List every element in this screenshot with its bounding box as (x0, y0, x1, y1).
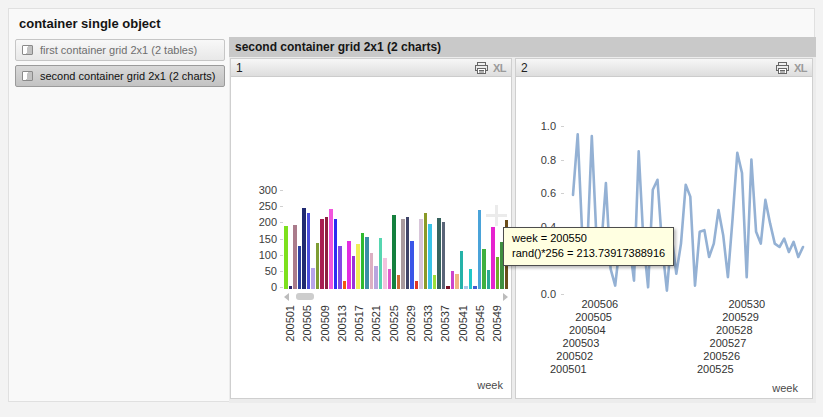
bar[interactable] (352, 256, 356, 289)
bar[interactable] (491, 227, 495, 289)
x-tick-label: 200513 (337, 305, 348, 342)
bar[interactable] (487, 270, 491, 289)
x-tick-label: 200549 (492, 305, 503, 342)
bar[interactable] (401, 219, 405, 289)
bar[interactable] (496, 257, 500, 289)
bar[interactable] (451, 271, 455, 289)
x-tick-label: 200527 (710, 337, 747, 349)
bar[interactable] (361, 233, 365, 289)
send-to-excel-icon[interactable]: XL (493, 62, 506, 74)
bar[interactable] (302, 208, 306, 289)
bar-chart-x-axis-title: week (477, 379, 503, 391)
send-to-excel-icon[interactable]: XL (794, 62, 807, 74)
bar[interactable] (469, 269, 473, 289)
bar[interactable] (442, 222, 446, 289)
bar[interactable] (464, 286, 468, 289)
bar[interactable] (329, 209, 333, 290)
x-tick-label: 200505 (575, 311, 612, 323)
scroll-right-icon[interactable] (503, 293, 508, 301)
bar[interactable] (473, 286, 477, 289)
bar[interactable] (415, 281, 419, 289)
x-tick-label: 200504 (569, 324, 606, 336)
tooltip-expression-line: rand()*256 = 213.73917388916 (512, 246, 665, 261)
bar[interactable] (410, 241, 414, 290)
y-tick-mark (280, 206, 283, 207)
bar[interactable] (311, 268, 315, 289)
bar[interactable] (455, 274, 459, 289)
line-chart-x-axis-title: week (772, 382, 798, 394)
bar[interactable] (478, 210, 482, 289)
x-tick-label: 200521 (371, 305, 382, 342)
bar[interactable] (428, 224, 432, 289)
y-tick-label: 300 (243, 184, 277, 197)
bar[interactable] (482, 249, 486, 289)
bar[interactable] (446, 286, 450, 289)
x-tick-label: 200525 (389, 305, 400, 342)
container-tab-sidebar: first container grid 2x1 (2 tables) seco… (15, 39, 227, 91)
container-object-icon (22, 71, 33, 81)
bar[interactable] (374, 266, 378, 289)
bar[interactable] (392, 215, 396, 289)
bar[interactable] (334, 219, 338, 289)
x-tick-label: 200506 (582, 298, 619, 310)
container-object-icon (22, 45, 33, 55)
bar[interactable] (433, 275, 437, 289)
bar[interactable] (460, 251, 464, 289)
bar[interactable] (419, 219, 423, 289)
bar[interactable] (370, 253, 374, 289)
bar[interactable] (424, 213, 428, 289)
hover-tooltip: week = 200550 rand()*256 = 213.739173889… (503, 227, 674, 266)
bar[interactable] (343, 281, 347, 289)
y-tick-label: 250 (243, 200, 277, 213)
x-tick-label: 200517 (354, 305, 365, 342)
bar[interactable] (406, 217, 410, 289)
bar[interactable] (365, 237, 369, 289)
y-tick-mark (280, 222, 283, 223)
x-tick-label: 200545 (475, 305, 486, 342)
bar[interactable] (379, 238, 383, 289)
scroll-left-icon[interactable] (284, 293, 289, 301)
line-chart-plot[interactable] (566, 118, 810, 304)
bar[interactable] (347, 241, 351, 289)
y-tick-mark (280, 287, 283, 288)
x-tick-label: 200529 (406, 305, 417, 342)
bar[interactable] (320, 219, 324, 289)
x-tick-label: 200529 (722, 311, 759, 323)
bar[interactable] (293, 225, 297, 289)
scrollbar-thumb[interactable] (296, 293, 314, 300)
y-tick-mark (561, 160, 564, 161)
sidebar-item-second-container[interactable]: second container grid 2x1 (2 charts) (15, 65, 225, 87)
x-tick-label: 200505 (302, 305, 313, 342)
bar[interactable] (289, 286, 293, 289)
bar[interactable] (338, 246, 342, 289)
print-icon[interactable] (776, 62, 789, 74)
y-tick-mark (280, 239, 283, 240)
bar-chart-scrollbar[interactable] (284, 292, 508, 301)
x-tick-label: 200530 (729, 298, 766, 310)
chart-2-caption-label: 2 (521, 61, 776, 75)
bar[interactable] (298, 246, 302, 289)
bar[interactable] (388, 269, 392, 289)
container-content-area: second container grid 2x1 (2 charts) 1 (229, 37, 816, 403)
chart-1-caption-bar[interactable]: 1 XL (231, 59, 511, 77)
x-tick-label: 200502 (556, 350, 593, 362)
sidebar-item-first-container[interactable]: first container grid 2x1 (2 tables) (15, 39, 225, 61)
bar-chart-plot[interactable] (284, 192, 508, 289)
bar[interactable] (383, 258, 387, 289)
chart-2-caption-bar[interactable]: 2 XL (516, 59, 812, 77)
y-tick-label: 0 (243, 281, 277, 294)
y-tick-label: 0.8 (522, 154, 556, 167)
y-tick-mark (561, 294, 564, 295)
bar[interactable] (325, 217, 329, 289)
x-tick-label: 200501 (550, 363, 587, 375)
bar[interactable] (437, 218, 441, 289)
bar[interactable] (284, 226, 288, 289)
bar[interactable] (397, 275, 401, 289)
bar[interactable] (356, 244, 360, 289)
x-tick-label: 200525 (697, 363, 734, 375)
y-tick-label: 1.0 (522, 120, 556, 133)
bar[interactable] (307, 213, 311, 289)
print-icon[interactable] (475, 62, 488, 74)
bar[interactable] (316, 243, 320, 289)
y-tick-label: 50 (243, 265, 277, 278)
